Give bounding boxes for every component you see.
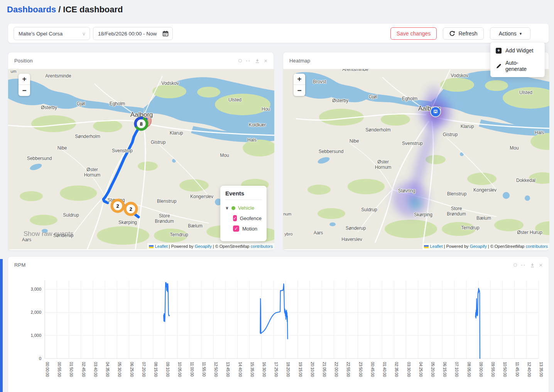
contributors-link[interactable]: contributors	[526, 244, 548, 249]
map-label: Mou	[510, 145, 519, 151]
attribution-text: | ©	[487, 244, 495, 249]
map-label: Hornum	[84, 172, 101, 178]
widget-controls: ·· ×	[513, 263, 542, 268]
breadcrumb-dashboards-link[interactable]: Dashboards	[7, 5, 56, 14]
widget-close-icon[interactable]: ×	[264, 59, 267, 63]
svg-text:09:55:00: 09:55:00	[491, 362, 495, 377]
map-label: Østerby	[332, 98, 348, 103]
checkbox-label: Geofence	[240, 215, 262, 221]
widget-settings-icon[interactable]	[513, 263, 517, 267]
map-label: Gjøl	[77, 101, 85, 106]
map-label: Ulsted	[519, 90, 532, 95]
refresh-button[interactable]: Refresh	[443, 27, 484, 40]
map-label: Blenstrup	[447, 191, 467, 197]
map-label: Dokkedal	[516, 178, 535, 183]
map-label: Bælum	[188, 223, 203, 229]
contributors-link[interactable]: contributors	[251, 244, 273, 249]
map-label: Kongerslev	[473, 187, 497, 193]
map-label: Koldkær	[249, 122, 266, 128]
actions-button[interactable]: Actions ▾	[490, 27, 530, 40]
map-label: Skørping	[118, 220, 137, 225]
svg-text:10:50:00: 10:50:00	[503, 362, 507, 377]
menu-item-label: Auto-generate	[505, 60, 539, 72]
widget-title: RPM	[14, 262, 26, 268]
rpm-widget: RPM ·· × 01,0002,0003,00000:00:0000:55:0…	[8, 256, 549, 392]
svg-text:09:00:00: 09:00:00	[479, 362, 483, 377]
widget-settings-icon[interactable]	[238, 59, 242, 62]
events-panel: Events ∨ Vehicle ✓ Geofence ✓ Motion	[220, 186, 267, 241]
cluster-marker[interactable]: 2	[122, 200, 139, 219]
widget-download-icon[interactable]	[255, 59, 260, 63]
vehicle-select[interactable]: Malte's Opel Corsa ∨	[14, 27, 90, 40]
svg-text:12:50:00: 12:50:00	[214, 362, 218, 377]
events-group-vehicle[interactable]: ∨ Vehicle	[225, 205, 262, 211]
svg-text:07:10:00: 07:10:00	[454, 362, 459, 377]
vehicle-marker[interactable]	[430, 106, 441, 119]
svg-text:2: 2	[129, 206, 132, 212]
map-label: Sebbersund	[319, 149, 344, 154]
date-range-input[interactable]: 18/Feb/2026 00:00 - Now	[93, 27, 173, 40]
checkbox-checked-icon[interactable]: ✓	[233, 215, 237, 221]
map-label: Vodskov	[161, 81, 179, 86]
map-label: Terndrup	[461, 225, 479, 230]
zoom-in-button[interactable]: +	[19, 74, 30, 85]
save-changes-button[interactable]: Save changes	[390, 27, 437, 40]
svg-text:15:35:00: 15:35:00	[250, 362, 254, 377]
heatmap-map[interactable]: + − ArentsmindeBrovstVodskovUlstedØsterb…	[283, 69, 549, 249]
svg-text:2,000: 2,000	[30, 310, 41, 315]
svg-text:05:20:00: 05:20:00	[431, 362, 435, 377]
widget-drag-icon[interactable]: ··	[521, 263, 526, 267]
chevron-down-icon[interactable]: ∨	[225, 205, 229, 210]
map-zoom-control: + −	[294, 74, 305, 96]
map-label: Klarup	[170, 130, 183, 136]
map-label: Suldrup	[361, 207, 377, 212]
svg-text:14:40:00: 14:40:00	[238, 362, 242, 377]
geoapify-link[interactable]: Geoapify	[470, 244, 487, 249]
leaflet-link[interactable]: Leaflet	[155, 244, 167, 249]
zoom-out-button[interactable]: −	[19, 85, 30, 96]
geoapify-link[interactable]: Geoapify	[195, 244, 212, 249]
map-label: Sebbersund	[27, 156, 52, 161]
menu-item-add-widget[interactable]: + Add Widget	[490, 44, 545, 57]
map-label: Gistrup	[151, 140, 166, 145]
map-label: Haverslev	[341, 237, 362, 242]
svg-text:13:35:00: 13:35:00	[539, 362, 543, 377]
position-map[interactable]: + − umArentsmindeVodskovUlstedØsterbyGjø…	[8, 69, 274, 249]
events-checkbox-geofence: ✓ Geofence	[233, 215, 262, 221]
zoom-out-button[interactable]: −	[294, 85, 305, 96]
map-label: rnum	[283, 212, 292, 216]
map-label: Kongerslev	[190, 194, 213, 199]
attribution-text: | Powered by	[443, 244, 470, 249]
svg-text:08:15:00: 08:15:00	[154, 362, 158, 377]
map-label: Terndrup	[170, 232, 188, 237]
map-label: Østerby	[41, 105, 57, 110]
widget-download-icon[interactable]	[530, 263, 535, 268]
map-label: Arentsminde	[342, 69, 368, 72]
chart-grid	[45, 280, 539, 358]
menu-item-label: Add Widget	[505, 47, 533, 54]
pencil-icon	[496, 63, 502, 69]
widget-close-icon[interactable]: ×	[539, 263, 542, 267]
edge-accent-bar	[0, 259, 3, 392]
svg-text:19:15:00: 19:15:00	[298, 362, 302, 377]
svg-text:03:30:00: 03:30:00	[407, 362, 411, 377]
chevron-down-icon: ∨	[82, 31, 86, 37]
cluster-marker[interactable]: 8	[133, 115, 150, 134]
rpm-widget-header: RPM ·· ×	[8, 257, 549, 273]
svg-text:06:15:00: 06:15:00	[443, 362, 447, 377]
map-label: Aars	[314, 230, 323, 236]
zoom-in-button[interactable]: +	[294, 74, 305, 85]
svg-text:04:35:00: 04:35:00	[105, 362, 110, 377]
map-label: Gjøl	[369, 94, 377, 99]
menu-item-auto-generate[interactable]: Auto-generate	[490, 57, 545, 75]
map-label: Brøndum	[447, 211, 466, 217]
svg-text:08:05:00: 08:05:00	[467, 362, 471, 377]
widget-drag-icon[interactable]: ··	[246, 59, 251, 62]
leaflet-link[interactable]: Leaflet	[430, 244, 443, 249]
map-label: Store	[451, 206, 462, 211]
add-widget-icon: +	[496, 48, 502, 54]
checkbox-checked-icon[interactable]: ✓	[233, 225, 239, 232]
map-label: Aars	[22, 237, 32, 242]
breadcrumb: Dashboards/ICE dashboard	[7, 5, 123, 15]
map-label: Store	[159, 213, 170, 219]
